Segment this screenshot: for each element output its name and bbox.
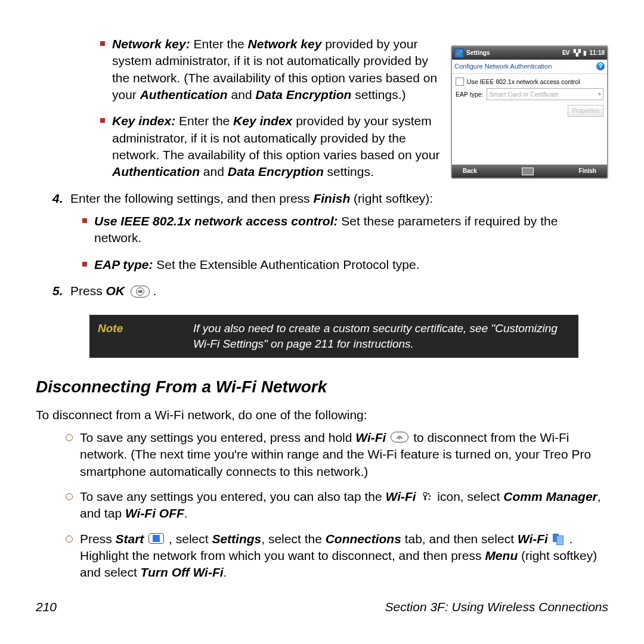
step-4: 4. Enter the following settings, and the… [70,190,608,273]
section-heading: Disconnecting From a Wi-Fi Network [36,376,608,398]
step-number: 4. [52,190,63,207]
svg-point-4 [429,496,431,497]
square-bullet-icon [82,218,87,223]
disconnect-option-2: To save any settings you entered, you ca… [80,488,608,522]
wifi-tray-icon [420,490,432,502]
svg-point-3 [428,493,430,495]
note-text: If you also need to create a custom secu… [193,321,570,351]
page-footer: 210 Section 3F: Using Wireless Connectio… [36,599,608,615]
step-number: 5. [52,283,63,299]
disconnect-option-3: Press Start , select Settings, select th… [80,531,608,581]
square-bullet-icon [100,118,105,123]
wifi-settings-icon [553,532,565,544]
intro-text: To disconnect from a Wi-Fi network, do o… [36,407,608,423]
note-label: Note [98,321,193,351]
bullet-ieee: Use IEEE 802.1x network access control: … [94,213,608,247]
page-number: 210 [36,599,57,615]
square-bullet-icon [100,41,105,46]
circle-bullet-icon [66,434,73,441]
svg-rect-2 [425,496,426,500]
circle-bullet-icon [66,535,73,543]
note-callout: Note If you also need to create a custom… [89,315,578,357]
bullet-network-key: Network key: Enter the Network key provi… [112,36,608,103]
square-bullet-icon [82,262,87,267]
svg-point-5 [429,499,431,500]
wifi-key-icon [391,432,408,442]
bullet-eap: EAP type: Set the Extensible Authenticat… [94,256,608,273]
section-label: Section 3F: Using Wireless Connections [385,599,608,615]
step-5: 5. Press OK ok . [70,283,608,299]
ok-button-icon: ok [131,286,150,298]
disconnect-option-1: To save any settings you entered, press … [80,429,608,480]
bullet-key-index: Key index: Enter the Key index provided … [112,113,608,180]
start-button-icon [148,533,164,544]
circle-bullet-icon [66,493,73,500]
svg-point-0 [399,438,400,439]
